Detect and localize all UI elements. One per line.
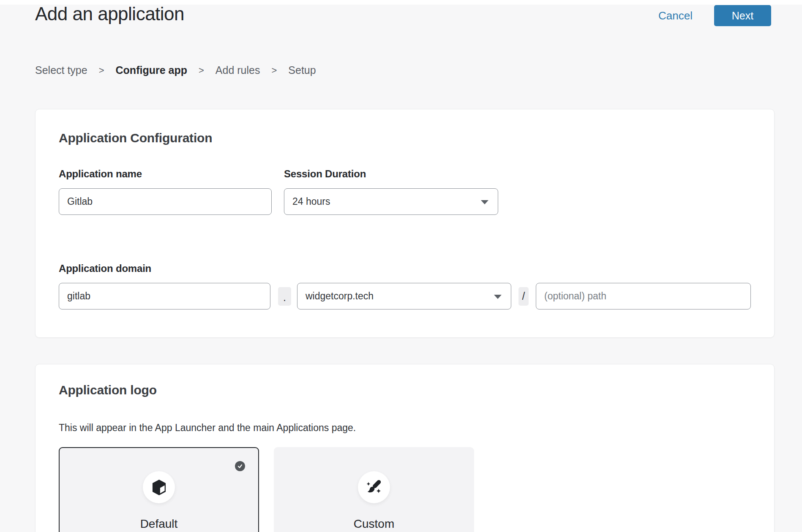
logo-option-default[interactable]: Default [59,447,259,532]
logo-option-custom[interactable]: Custom [274,447,474,532]
application-name-input[interactable] [59,188,272,215]
subdomain-input[interactable] [59,283,270,309]
breadcrumb: Select type > Configure app > Add rules … [35,64,316,76]
application-configuration-heading: Application Configuration [59,130,751,146]
application-domain-row: . widgetcorp.tech / [59,283,751,309]
breadcrumb-separator: > [271,65,277,76]
domain-select[interactable]: widgetcorp.tech [297,283,511,309]
application-logo-card: Application logo This will appear in the… [35,364,775,532]
breadcrumb-step-configure-app[interactable]: Configure app [116,64,187,76]
cancel-button[interactable]: Cancel [658,9,693,22]
session-duration-select[interactable]: 24 hours [284,188,498,215]
default-logo-circle [143,471,175,503]
breadcrumb-separator: > [199,65,204,76]
application-domain-label: Application domain [59,262,751,275]
next-button[interactable]: Next [714,5,771,26]
chevron-down-icon [481,200,488,204]
breadcrumb-step-add-rules[interactable]: Add rules [216,64,260,76]
logo-option-label: Default [60,517,258,531]
custom-logo-circle [358,471,390,503]
paintbrush-icon [365,478,383,497]
name-session-row: Application name Session Duration 24 hou… [59,168,751,215]
application-logo-heading: Application logo [59,383,751,398]
breadcrumb-separator: > [99,65,104,76]
session-duration-label: Session Duration [284,168,498,180]
session-duration-value: 24 hours [292,196,330,207]
selected-check-badge [235,461,245,471]
application-name-label: Application name [59,168,272,180]
slash-separator: / [518,287,529,306]
check-icon [237,463,243,469]
application-configuration-card: Application Configuration Application na… [35,109,775,338]
breadcrumb-step-select-type[interactable]: Select type [35,64,87,76]
page-title: Add an application [35,3,184,24]
breadcrumb-step-setup[interactable]: Setup [288,64,316,76]
application-logo-description: This will appear in the App Launcher and… [59,421,751,434]
application-name-field: Application name [59,168,272,215]
dot-separator: . [278,287,291,306]
path-input[interactable] [536,283,751,309]
chevron-down-icon [494,295,502,299]
cube-icon [152,479,166,496]
session-duration-field: Session Duration 24 hours [284,168,498,215]
logo-options-row: Default Custom [59,447,751,532]
logo-option-label: Custom [274,517,474,531]
domain-value: widgetcorp.tech [306,290,374,302]
